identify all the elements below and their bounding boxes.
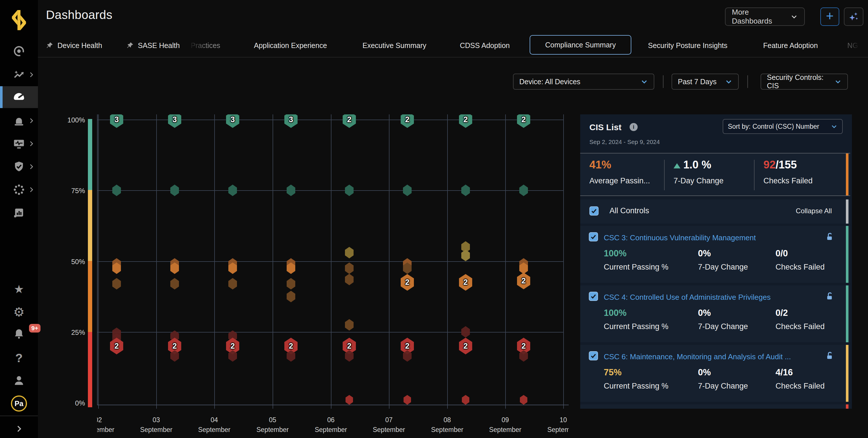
x-tick-label: 02September bbox=[97, 415, 127, 435]
panel-title: CIS List bbox=[589, 122, 622, 132]
x-tick-label: 05September bbox=[244, 415, 301, 435]
all-controls-checkbox[interactable] bbox=[589, 206, 598, 215]
report-chart-icon bbox=[12, 206, 26, 219]
sparkles-icon bbox=[848, 11, 859, 22]
gridline-v bbox=[563, 114, 564, 405]
chevron-down-icon bbox=[725, 78, 733, 85]
hex-marker bbox=[461, 326, 470, 338]
more-dashboards-label: More Dashboards bbox=[732, 8, 786, 26]
summary-divider bbox=[754, 160, 754, 190]
sidebar-item-account[interactable] bbox=[0, 370, 38, 391]
help-icon: ? bbox=[15, 352, 23, 364]
hex-marker: 2 bbox=[517, 114, 530, 128]
sidebar-item-dashboards-active[interactable] bbox=[0, 86, 38, 108]
sidebar-item-help[interactable]: ? bbox=[0, 347, 38, 369]
add-dashboard-button[interactable]: + bbox=[820, 7, 839, 26]
security-controls-label: Security Controls: CIS bbox=[767, 73, 834, 90]
seven-day-change-label: 7-Day Change bbox=[674, 176, 723, 185]
tab-application-experience[interactable]: Application Experience bbox=[254, 34, 327, 57]
shield-check-icon bbox=[12, 160, 26, 173]
csc-link[interactable]: CSC 6: Maintenance, Monitoring and Analy… bbox=[604, 352, 791, 361]
y-tick-label: 100% bbox=[54, 116, 85, 124]
sidebar-item-favorites[interactable]: ★ bbox=[0, 278, 38, 300]
tab-compliance-summary[interactable]: Compliance Summary bbox=[530, 35, 631, 55]
csc-link[interactable]: CSC 3: Continuous Vulnerability Manageme… bbox=[604, 233, 756, 242]
sidebar-expand-button[interactable] bbox=[0, 418, 38, 438]
csc-checkbox[interactable] bbox=[589, 351, 598, 360]
y-axis-line bbox=[97, 114, 98, 405]
sidebar-item-settings[interactable]: ⚙ bbox=[0, 301, 38, 323]
csc-lock-button[interactable] bbox=[825, 351, 834, 361]
csc-checkbox[interactable] bbox=[589, 232, 598, 241]
sidebar-item-notifications[interactable]: 9+ bbox=[0, 323, 38, 345]
tab-practices[interactable]: Practices bbox=[191, 34, 220, 57]
all-controls-label: All Controls bbox=[610, 206, 649, 215]
hex-marker-label: 2 bbox=[405, 278, 409, 287]
tab-label: NG bbox=[847, 41, 858, 50]
csc-severity-strip bbox=[846, 285, 848, 342]
csc-row: CSC 4: Controlled Use of Administrative … bbox=[580, 285, 850, 342]
hex-marker bbox=[112, 278, 121, 289]
sidebar-item-insights[interactable] bbox=[0, 64, 38, 86]
brand-logo-icon[interactable] bbox=[7, 8, 31, 32]
sidebar-item-devices[interactable] bbox=[0, 133, 38, 155]
csc-passing-value: 100% bbox=[604, 308, 626, 318]
check-icon bbox=[590, 293, 597, 300]
csc-change-value: 0% bbox=[698, 308, 711, 318]
info-icon[interactable]: i bbox=[629, 123, 638, 131]
hex-marker bbox=[345, 395, 353, 405]
hex-marker-label: 2 bbox=[463, 342, 468, 351]
check-icon bbox=[591, 207, 597, 214]
chevron-down-icon bbox=[834, 78, 842, 85]
device-filter-select[interactable]: Device: All Devices bbox=[513, 74, 654, 90]
sidebar-item-workflows[interactable] bbox=[0, 179, 38, 201]
csc-link[interactable]: CSC 4: Controlled Use of Administrative … bbox=[604, 293, 771, 302]
tab-label: Security Posture Insights bbox=[648, 41, 727, 50]
csc-lock-button[interactable] bbox=[825, 292, 834, 302]
csc-lock-button[interactable] bbox=[825, 232, 834, 242]
csc-row-partial bbox=[580, 404, 850, 409]
tab-security-posture-insights[interactable]: Security Posture Insights bbox=[648, 34, 727, 57]
unlock-icon bbox=[825, 351, 834, 360]
tab-ng[interactable]: NG bbox=[847, 34, 858, 57]
hex-marker bbox=[461, 184, 470, 196]
hex-marker-label: 2 bbox=[521, 276, 526, 285]
hex-marker bbox=[287, 291, 295, 302]
tab-executive-summary[interactable]: Executive Summary bbox=[363, 34, 426, 57]
hex-marker: 2 bbox=[401, 274, 414, 291]
sidebar-item-alerts[interactable] bbox=[0, 110, 38, 132]
sidebar-item-reports[interactable] bbox=[0, 202, 38, 224]
star-icon: ★ bbox=[14, 283, 24, 295]
sidebar-item-security[interactable] bbox=[0, 156, 38, 178]
x-tick-day: 04 bbox=[186, 415, 243, 425]
seven-day-change-value: 1.0 % bbox=[674, 159, 711, 171]
pin-icon bbox=[46, 42, 54, 49]
gridline-h bbox=[97, 190, 563, 191]
tab-feature-adoption[interactable]: Feature Adoption bbox=[763, 34, 818, 57]
sidebar-item-observability[interactable] bbox=[0, 40, 38, 62]
x-tick-label: 08September bbox=[418, 415, 476, 435]
time-range-select[interactable]: Past 7 Days bbox=[672, 74, 739, 90]
tab-device-health[interactable]: Device Health bbox=[46, 34, 102, 57]
sort-by-select[interactable]: Sort by: Control (CSC) Number bbox=[723, 119, 843, 134]
filter-separator bbox=[663, 75, 663, 88]
more-dashboards-button[interactable]: More Dashboards bbox=[725, 7, 805, 26]
time-range-label: Past 7 Days bbox=[678, 78, 717, 86]
scrollbar-thumb[interactable] bbox=[846, 200, 848, 224]
security-controls-select[interactable]: Security Controls: CIS bbox=[761, 74, 848, 90]
hex-marker bbox=[462, 395, 469, 405]
ai-assistant-button[interactable] bbox=[844, 7, 863, 26]
csc-checkbox[interactable] bbox=[589, 292, 598, 301]
hex-marker bbox=[228, 278, 237, 289]
tab-cdss-adoption[interactable]: CDSS Adoption bbox=[460, 34, 510, 57]
gridline-v bbox=[98, 114, 99, 405]
csc-failed-label: Checks Failed bbox=[776, 382, 825, 390]
sidebar-item-profile[interactable]: Pa bbox=[0, 392, 38, 414]
severity-segment-75-100 bbox=[88, 119, 92, 190]
hex-marker bbox=[287, 184, 295, 196]
x-tick-day: 06 bbox=[302, 415, 360, 425]
chevron-right-icon bbox=[28, 71, 35, 79]
collapse-all-button[interactable]: Collapse All bbox=[796, 207, 832, 215]
unlock-icon bbox=[825, 232, 834, 241]
tab-sase-health[interactable]: SASE Health bbox=[126, 34, 180, 57]
